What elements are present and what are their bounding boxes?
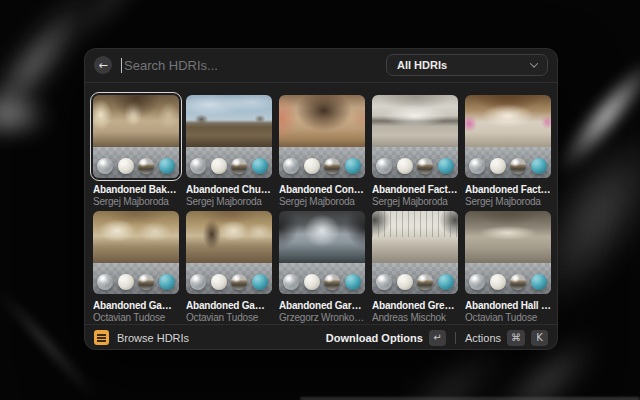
- chrome-sphere-icon: [417, 274, 433, 290]
- hdri-item[interactable]: Abandoned Bakery Sergej Majboroda: [93, 95, 179, 208]
- rough-sphere-icon: [345, 158, 361, 174]
- hdri-thumbnail[interactable]: [279, 95, 365, 178]
- hdri-grid: Abandoned Bakery Sergej Majboroda Abando…: [84, 83, 558, 324]
- diffuse-sphere-icon: [397, 158, 413, 174]
- hdri-item[interactable]: Abandoned Factory... Sergej Majboroda: [372, 95, 458, 208]
- rough-sphere-icon: [438, 158, 454, 174]
- hdri-thumbnail[interactable]: [93, 211, 179, 294]
- hdri-panorama-image: [279, 211, 365, 263]
- back-arrow-icon: ←: [98, 59, 107, 72]
- hdri-item[interactable]: Abandoned Church Sergej Majboroda: [186, 95, 272, 208]
- hdri-panorama-image: [279, 95, 365, 147]
- diffuse-sphere-icon: [304, 274, 320, 290]
- hdri-panorama-image: [372, 95, 458, 147]
- rough-sphere-icon: [438, 274, 454, 290]
- rough-sphere-icon: [252, 158, 268, 174]
- hdri-thumbnail[interactable]: [372, 211, 458, 294]
- material-preview-strip: [93, 263, 179, 294]
- back-button[interactable]: ←: [94, 56, 112, 74]
- hdri-item[interactable]: Abandoned Hall 01 Octavian Tudose: [465, 211, 551, 324]
- hdri-title: Abandoned Construc...: [279, 183, 365, 196]
- background-streak: [64, 0, 157, 51]
- hdri-author: Grzegorz Wronkowski: [279, 312, 365, 324]
- search-bar: ← Search HDRIs... All HDRIs: [84, 48, 558, 83]
- rough-sphere-icon: [159, 158, 175, 174]
- command-label: Browse HDRIs: [117, 332, 189, 344]
- glass-sphere-icon: [469, 158, 485, 174]
- hdri-thumbnail[interactable]: [186, 95, 272, 178]
- hdri-thumbnail[interactable]: [279, 211, 365, 294]
- hdri-panorama-image: [372, 211, 458, 263]
- material-preview-strip: [93, 147, 179, 178]
- hdri-author: Sergej Majboroda: [186, 196, 272, 208]
- glass-sphere-icon: [97, 158, 113, 174]
- hdri-panorama-image: [465, 95, 551, 147]
- hdri-author: Octavian Tudose: [465, 312, 551, 324]
- chrome-sphere-icon: [324, 158, 340, 174]
- polyhaven-logo-icon: [94, 330, 109, 345]
- hdri-item[interactable]: Abandoned Greenho... Andreas Mischok: [372, 211, 458, 324]
- glass-sphere-icon: [376, 158, 392, 174]
- enter-key-icon: ↵: [429, 330, 446, 346]
- chrome-sphere-icon: [324, 274, 340, 290]
- material-preview-strip: [372, 147, 458, 178]
- hdri-title: Abandoned Factory...: [465, 183, 551, 196]
- hdri-panorama-image: [93, 211, 179, 263]
- k-key-icon: K: [531, 330, 548, 346]
- rough-sphere-icon: [531, 274, 547, 290]
- hdri-author: Sergej Majboroda: [465, 196, 551, 208]
- download-options-button[interactable]: Download Options: [326, 332, 423, 344]
- hdri-author: Octavian Tudose: [93, 312, 179, 324]
- chrome-sphere-icon: [510, 158, 526, 174]
- search-input[interactable]: Search HDRIs...: [124, 58, 218, 73]
- chrome-sphere-icon: [417, 158, 433, 174]
- diffuse-sphere-icon: [118, 158, 134, 174]
- hdri-thumbnail[interactable]: [465, 211, 551, 294]
- hdri-panorama-image: [186, 95, 272, 147]
- rough-sphere-icon: [345, 274, 361, 290]
- hdri-title: Abandoned Church: [186, 183, 272, 196]
- glass-sphere-icon: [190, 274, 206, 290]
- hdri-thumbnail[interactable]: [186, 211, 272, 294]
- chrome-sphere-icon: [231, 274, 247, 290]
- background-streak: [544, 49, 640, 186]
- hdri-author: Sergej Majboroda: [372, 196, 458, 208]
- hdri-title: Abandoned Garage: [279, 299, 365, 312]
- material-preview-strip: [465, 263, 551, 294]
- background-streak: [0, 92, 50, 138]
- material-preview-strip: [372, 263, 458, 294]
- hdri-item[interactable]: Abandoned Construc... Sergej Majboroda: [279, 95, 365, 208]
- hdri-title: Abandoned Bakery: [93, 183, 179, 196]
- hdri-author: Sergej Majboroda: [93, 196, 179, 208]
- rough-sphere-icon: [159, 274, 175, 290]
- hdri-thumbnail[interactable]: [372, 95, 458, 178]
- glass-sphere-icon: [469, 274, 485, 290]
- hdri-author: Octavian Tudose: [186, 312, 272, 324]
- action-bar-right: Download Options ↵ Actions ⌘ K: [326, 330, 548, 346]
- chrome-sphere-icon: [138, 158, 154, 174]
- diffuse-sphere-icon: [304, 158, 320, 174]
- hdri-item[interactable]: Abandoned Games R... Octavian Tudose: [93, 211, 179, 324]
- hdri-title: Abandoned Hall 01: [465, 299, 551, 312]
- rough-sphere-icon: [531, 158, 547, 174]
- actions-button[interactable]: Actions: [465, 332, 501, 344]
- diffuse-sphere-icon: [211, 274, 227, 290]
- hdri-title: Abandoned Games R...: [186, 299, 272, 312]
- filter-dropdown[interactable]: All HDRIs: [386, 54, 548, 76]
- hdri-item[interactable]: Abandoned Games R... Octavian Tudose: [186, 211, 272, 324]
- hdri-item[interactable]: Abandoned Garage Grzegorz Wronkowski: [279, 211, 365, 324]
- action-bar: Browse HDRIs Download Options ↵ Actions …: [84, 324, 558, 350]
- rough-sphere-icon: [252, 274, 268, 290]
- hdri-thumbnail[interactable]: [465, 95, 551, 178]
- filter-dropdown-value: All HDRIs: [397, 59, 447, 71]
- hdri-title: Abandoned Games R...: [93, 299, 179, 312]
- diffuse-sphere-icon: [490, 158, 506, 174]
- diffuse-sphere-icon: [490, 274, 506, 290]
- hdri-author: Andreas Mischok: [372, 312, 458, 324]
- hdri-item[interactable]: Abandoned Factory... Sergej Majboroda: [465, 95, 551, 208]
- hdri-panorama-image: [93, 95, 179, 147]
- text-cursor: [121, 58, 122, 73]
- hdri-thumbnail[interactable]: [93, 95, 179, 178]
- material-preview-strip: [465, 147, 551, 178]
- diffuse-sphere-icon: [211, 158, 227, 174]
